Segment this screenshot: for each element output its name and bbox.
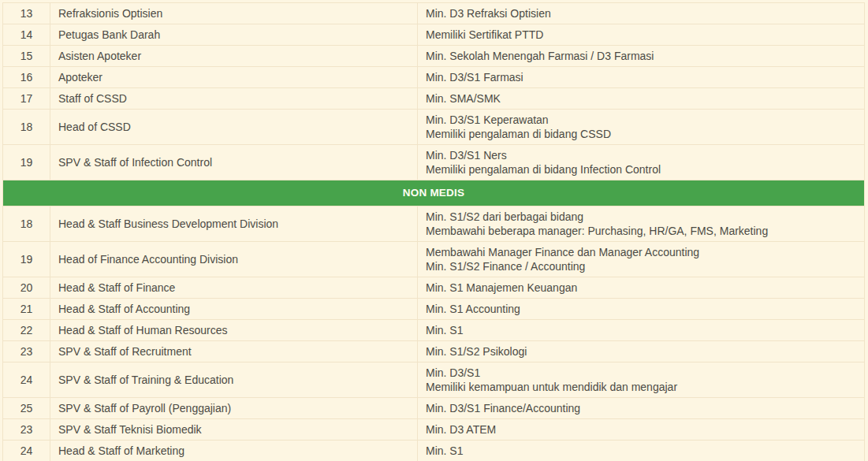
requirements-cell: Min. D3 Refraksi Optisien <box>418 3 865 24</box>
requirement-line: Min. D3/S1 Farmasi <box>426 70 856 84</box>
table-row: 21Head & Staff of AccountingMin. S1 Acco… <box>3 299 865 320</box>
row-number: 23 <box>3 419 50 441</box>
table-row: 20Head & Staff of FinanceMin. S1 Manajem… <box>3 277 865 299</box>
requirements-cell: Min. D3 ATEM <box>418 419 865 441</box>
requirement-line: Min. D3/S1 Finance/Accounting <box>426 401 856 415</box>
requirement-line: Min. S1 <box>426 323 856 337</box>
row-number: 18 <box>3 206 50 242</box>
table-row: 19Head of Finance Accounting DivisionMem… <box>3 242 865 277</box>
table-row: 24SPV & Staff of Training & EducationMin… <box>3 362 865 398</box>
table-row: 23SPV & Staff Teknisi BiomedikMin. D3 AT… <box>3 419 865 441</box>
requirement-line: Memiliki pengalaman di bidang Infection … <box>426 162 856 177</box>
requirement-line: Min. S1/S2 dari berbagai bidang <box>426 210 856 224</box>
position-cell: Apoteker <box>50 67 418 88</box>
requirements-cell: Min. D3/S1 NersMemiliki pengalaman di bi… <box>418 145 865 180</box>
row-number: 19 <box>3 242 50 277</box>
requirement-line: Min. S1/S2 Finance / Accounting <box>426 259 856 273</box>
job-table-body: 13Refraksionis OptisienMin. D3 Refraksi … <box>3 3 865 461</box>
requirements-cell: Min. S1 <box>418 320 865 341</box>
table-row: 17Staff of CSSDMin. SMA/SMK <box>3 88 865 110</box>
row-number: 20 <box>3 277 50 299</box>
requirement-line: Min. D3 ATEM <box>426 422 856 437</box>
row-number: 25 <box>3 398 50 419</box>
table-row: 25SPV & Staff of Payroll (Penggajian)Min… <box>3 398 865 419</box>
position-cell: SPV & Staff of Payroll (Penggajian) <box>50 398 418 419</box>
table-row: 13Refraksionis OptisienMin. D3 Refraksi … <box>3 3 865 24</box>
position-cell: Head & Staff of Finance <box>50 277 418 299</box>
row-number: 14 <box>3 24 50 46</box>
requirement-line: Min. Sekolah Menengah Farmasi / D3 Farma… <box>426 49 856 63</box>
row-number: 24 <box>3 362 50 398</box>
table-row: 18Head of CSSDMin. D3/S1 KeperawatanMemi… <box>3 110 865 145</box>
position-cell: Head & Staff of Marketing <box>50 441 418 461</box>
table-row: 14Petugas Bank DarahMemiliki Sertifikat … <box>3 24 865 46</box>
section-header-row: NON MEDIS <box>3 180 865 206</box>
requirement-line: Min. S1 Accounting <box>426 302 856 316</box>
requirement-line: Min. D3/S1 Ners <box>426 148 856 162</box>
row-number: 18 <box>3 110 50 145</box>
position-cell: Head of Finance Accounting Division <box>50 242 418 277</box>
table-row: 24Head & Staff of MarketingMin. S1 <box>3 441 865 461</box>
position-cell: Head of CSSD <box>50 110 418 145</box>
row-number: 19 <box>3 145 50 180</box>
requirement-line: Min. S1 <box>426 444 856 458</box>
position-cell: Staff of CSSD <box>50 88 418 110</box>
requirement-line: Min. SMA/SMK <box>426 91 856 106</box>
requirements-cell: Min. S1 Manajemen Keuangan <box>418 277 865 299</box>
requirements-cell: Membawahi Manager Finance dan Manager Ac… <box>418 242 865 277</box>
job-requirements-table: 13Refraksionis OptisienMin. D3 Refraksi … <box>2 2 865 461</box>
table-row: 19SPV & Staff of Infection ControlMin. D… <box>3 145 865 180</box>
position-cell: Petugas Bank Darah <box>50 24 418 46</box>
row-number: 21 <box>3 299 50 320</box>
requirement-line: Membawahi Manager Finance dan Manager Ac… <box>426 245 856 259</box>
requirements-cell: Min. S1 Accounting <box>418 299 865 320</box>
row-number: 17 <box>3 88 50 110</box>
table-row: 23SPV & Staff of RecruitmentMin. S1/S2 P… <box>3 341 865 362</box>
requirement-line: Memiliki pengalaman di bidang CSSD <box>426 127 856 141</box>
position-cell: Head & Staff of Accounting <box>50 299 418 320</box>
row-number: 15 <box>3 46 50 67</box>
requirements-cell: Min. D3/S1Memiliki kemampuan untuk mendi… <box>418 362 865 398</box>
job-table-wrapper: 13Refraksionis OptisienMin. D3 Refraksi … <box>2 2 864 461</box>
position-cell: Refraksionis Optisien <box>50 3 418 24</box>
requirements-cell: Min. Sekolah Menengah Farmasi / D3 Farma… <box>418 46 865 67</box>
position-cell: Head & Staff Business Development Divisi… <box>50 206 418 242</box>
requirement-line: Min. S1/S2 Psikologi <box>426 344 856 359</box>
row-number: 24 <box>3 441 50 461</box>
requirements-cell: Min. D3/S1 Finance/Accounting <box>418 398 865 419</box>
requirements-cell: Memiliki Sertifikat PTTD <box>418 24 865 46</box>
position-cell: SPV & Staff of Recruitment <box>50 341 418 362</box>
requirements-cell: Min. S1/S2 dari berbagai bidangMembawahi… <box>418 206 865 242</box>
row-number: 16 <box>3 67 50 88</box>
requirements-cell: Min. SMA/SMK <box>418 88 865 110</box>
requirement-line: Min. S1 Manajemen Keuangan <box>426 281 856 295</box>
position-cell: SPV & Staff of Training & Education <box>50 362 418 398</box>
section-header-label: NON MEDIS <box>3 180 865 206</box>
row-number: 13 <box>3 3 50 24</box>
table-row: 15Asisten ApotekerMin. Sekolah Menengah … <box>3 46 865 67</box>
requirement-line: Min. D3/S1 <box>426 366 856 380</box>
position-cell: Head & Staff of Human Resources <box>50 320 418 341</box>
requirements-cell: Min. S1/S2 Psikologi <box>418 341 865 362</box>
table-row: 16ApotekerMin. D3/S1 Farmasi <box>3 67 865 88</box>
position-cell: Asisten Apoteker <box>50 46 418 67</box>
position-cell: SPV & Staff of Infection Control <box>50 145 418 180</box>
requirements-cell: Min. S1 <box>418 441 865 461</box>
requirement-line: Membawahi beberapa manager: Purchasing, … <box>426 224 856 238</box>
requirements-cell: Min. D3/S1 Farmasi <box>418 67 865 88</box>
requirement-line: Min. D3/S1 Keperawatan <box>426 113 856 127</box>
row-number: 22 <box>3 320 50 341</box>
table-row: 22Head & Staff of Human ResourcesMin. S1 <box>3 320 865 341</box>
requirements-cell: Min. D3/S1 KeperawatanMemiliki pengalama… <box>418 110 865 145</box>
table-row: 18Head & Staff Business Development Divi… <box>3 206 865 242</box>
position-cell: SPV & Staff Teknisi Biomedik <box>50 419 418 441</box>
row-number: 23 <box>3 341 50 362</box>
requirement-line: Memiliki Sertifikat PTTD <box>426 28 856 42</box>
requirement-line: Memiliki kemampuan untuk mendidik dan me… <box>426 380 856 394</box>
requirement-line: Min. D3 Refraksi Optisien <box>426 6 856 20</box>
